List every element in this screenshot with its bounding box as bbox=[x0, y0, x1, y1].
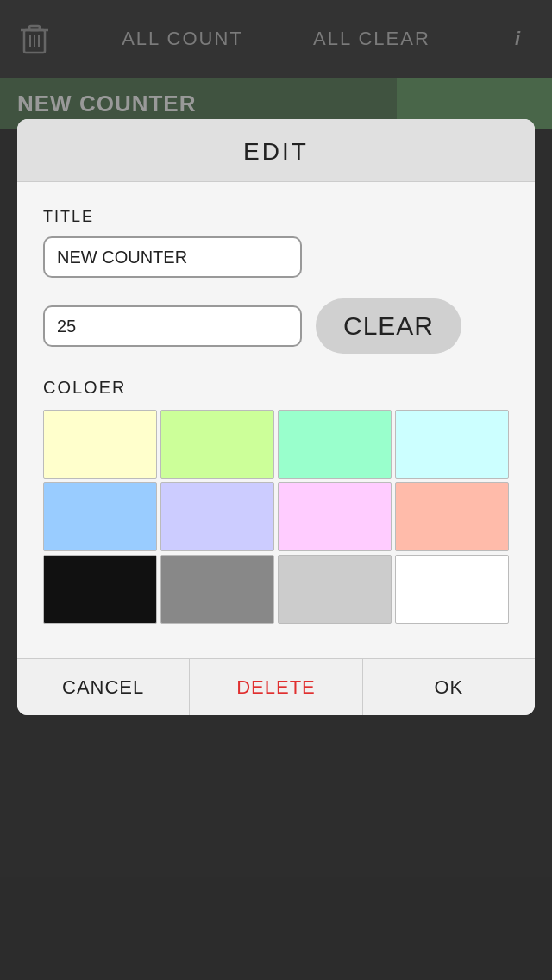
clear-button[interactable]: CLEAR bbox=[316, 298, 461, 354]
color-section-label: COLOER bbox=[43, 378, 509, 398]
color-swatch-black[interactable] bbox=[43, 555, 157, 624]
delete-button[interactable]: DELETE bbox=[189, 659, 361, 715]
color-grid bbox=[43, 410, 509, 624]
value-clear-row: CLEAR bbox=[43, 298, 509, 354]
cancel-button[interactable]: CANCEL bbox=[17, 659, 189, 715]
color-swatch-light-blue[interactable] bbox=[43, 482, 157, 551]
color-swatch-light-mint[interactable] bbox=[278, 410, 392, 479]
color-swatch-white[interactable] bbox=[395, 555, 509, 624]
title-input[interactable] bbox=[43, 236, 302, 278]
ok-button[interactable]: OK bbox=[362, 659, 535, 715]
title-field-label: TITLE bbox=[43, 208, 509, 226]
color-swatch-light-purple[interactable] bbox=[160, 482, 274, 551]
color-swatch-light-cyan[interactable] bbox=[395, 410, 509, 479]
modal-footer: CANCEL DELETE OK bbox=[17, 658, 535, 715]
edit-modal: EDIT TITLE CLEAR COLOER CANCEL DELETE OK bbox=[17, 119, 535, 715]
modal-header: EDIT bbox=[17, 119, 535, 182]
value-input[interactable] bbox=[43, 305, 302, 347]
color-swatch-light-gray[interactable] bbox=[278, 555, 392, 624]
modal-title: EDIT bbox=[243, 138, 309, 165]
color-swatch-light-pink[interactable] bbox=[278, 482, 392, 551]
modal-body: TITLE CLEAR COLOER bbox=[17, 182, 535, 658]
color-swatch-light-yellow[interactable] bbox=[43, 410, 157, 479]
color-swatch-light-salmon[interactable] bbox=[395, 482, 509, 551]
color-swatch-dark-gray[interactable] bbox=[160, 555, 274, 624]
color-swatch-light-green[interactable] bbox=[160, 410, 274, 479]
